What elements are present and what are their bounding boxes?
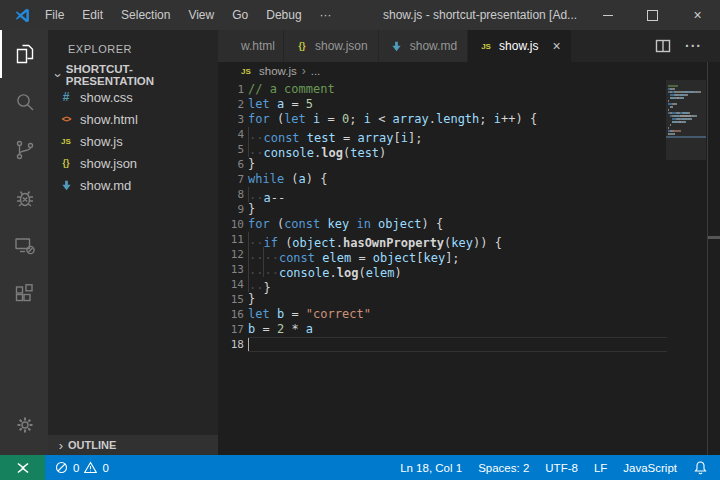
md-file-icon (389, 41, 405, 52)
code-line-8[interactable]: 8··a-- (218, 187, 720, 202)
activity-source-control[interactable] (0, 126, 48, 174)
token: . (429, 112, 436, 126)
line-number[interactable]: 16 (218, 307, 244, 322)
minimap-line (668, 118, 692, 120)
token: = (284, 97, 306, 111)
menu-view[interactable]: View (179, 0, 223, 30)
menu-selection[interactable]: Selection (112, 0, 179, 30)
split-editor-icon[interactable] (655, 39, 671, 53)
status-cursor-position[interactable]: Ln 18, Col 1 (400, 462, 462, 474)
line-number[interactable]: 13 (218, 262, 244, 277)
breadcrumb: JS show.js › ... (218, 62, 720, 80)
explorer-item-show-md[interactable]: show.md (48, 174, 218, 196)
line-number[interactable]: 9 (218, 202, 244, 217)
code-text: for (const key in object) { (244, 217, 443, 232)
tab-show-js[interactable]: JSshow.js× (468, 30, 572, 62)
breadcrumb-symbol[interactable]: ... (311, 65, 321, 77)
line-number[interactable]: 11 (218, 232, 244, 247)
tab-actions: ··· (655, 30, 720, 62)
line-number[interactable]: 1 (218, 82, 244, 97)
line-number[interactable]: 6 (218, 157, 244, 172)
minimize-button[interactable] (585, 0, 630, 30)
line-number[interactable]: 12 (218, 247, 244, 262)
menu-edit[interactable]: Edit (73, 0, 112, 30)
code-text: } (244, 292, 255, 307)
explorer-item-show-css[interactable]: #show.css (48, 86, 218, 108)
code-line-13[interactable]: 13····console.log(elem) (218, 262, 720, 277)
outline-section-header[interactable]: › OUTLINE (48, 435, 218, 455)
activity-extensions[interactable] (0, 270, 48, 318)
code-line-17[interactable]: 17b = 2 * a (218, 322, 720, 337)
code-line-16[interactable]: 16let b = "correct" (218, 307, 720, 322)
menu-more[interactable]: ··· (311, 0, 341, 30)
code-line-11[interactable]: 11··if (object.hasOwnProperty(key)) { (218, 232, 720, 247)
code-line-9[interactable]: 9} (218, 202, 720, 217)
close-icon[interactable]: × (552, 39, 560, 53)
line-number[interactable]: 10 (218, 217, 244, 232)
code-editor[interactable]: 1// a comment2let a = 53for (let i = 0; … (218, 80, 720, 455)
line-number[interactable]: 4 (218, 127, 244, 142)
text-cursor (248, 338, 249, 351)
warning-count: 0 (102, 462, 108, 474)
token: let (284, 112, 306, 126)
line-number[interactable]: 18 (218, 337, 244, 352)
token: // a comment (248, 82, 335, 96)
code-line-7[interactable]: 7while (a) { (218, 172, 720, 187)
line-number[interactable]: 5 (218, 142, 244, 157)
token: in (356, 217, 370, 231)
minimap-token (688, 112, 690, 114)
status-problems[interactable]: 0 0 (55, 461, 109, 474)
code-line-15[interactable]: 15} (218, 292, 720, 307)
status-encoding[interactable]: UTF-8 (545, 462, 578, 474)
tab-show-md[interactable]: show.md (379, 30, 468, 62)
menu-file[interactable]: File (36, 0, 73, 30)
tab-show-json[interactable]: {}show.json (284, 30, 379, 62)
tab-bar: w.html{}show.jsonshow.mdJSshow.js×··· (218, 30, 720, 62)
outline-label: OUTLINE (68, 439, 116, 451)
maximize-button[interactable] (630, 0, 675, 30)
status-language[interactable]: JavaScript (623, 462, 677, 474)
code-text: // a comment (244, 82, 335, 97)
token: key (423, 251, 445, 265)
token: ) (395, 266, 402, 280)
code-line-2[interactable]: 2let a = 5 (218, 97, 720, 112)
token: log (321, 146, 343, 160)
line-number[interactable]: 15 (218, 292, 244, 307)
explorer-item-show-html[interactable]: <>show.html (48, 108, 218, 130)
status-indentation[interactable]: Spaces: 2 (478, 462, 529, 474)
menu-go[interactable]: Go (223, 0, 257, 30)
code-line-4[interactable]: 4··const test = array[i]; (218, 127, 720, 142)
line-number[interactable]: 3 (218, 112, 244, 127)
activity-search[interactable] (0, 78, 48, 126)
activity-manage[interactable] (0, 401, 48, 449)
menu-debug[interactable]: Debug (257, 0, 310, 30)
line-number[interactable]: 2 (218, 97, 244, 112)
code-line-3[interactable]: 3for (let i = 0; i < array.length; i++) … (218, 112, 720, 127)
activity-debug[interactable] (0, 174, 48, 222)
line-number[interactable]: 8 (218, 187, 244, 202)
breadcrumb-file[interactable]: show.js (259, 65, 297, 77)
minimap-token (674, 133, 675, 135)
explorer-folder-root[interactable]: › SHORTCUT-PRESENTATION (48, 64, 218, 86)
activity-explorer[interactable] (0, 30, 48, 78)
status-eol[interactable]: LF (594, 462, 607, 474)
code-line-5[interactable]: 5··console.log(test) (218, 142, 720, 157)
explorer-item-show-json[interactable]: {}show.json (48, 152, 218, 174)
code-line-1[interactable]: 1// a comment (218, 82, 720, 97)
line-number[interactable]: 14 (218, 277, 244, 292)
activity-remote-explorer[interactable] (0, 222, 48, 270)
explorer-item-show-js[interactable]: JSshow.js (48, 130, 218, 152)
remote-indicator[interactable] (0, 455, 45, 480)
line-number[interactable]: 17 (218, 322, 244, 337)
minimap-token (686, 94, 688, 96)
code-line-10[interactable]: 10for (const key in object) { (218, 217, 720, 232)
bell-icon[interactable] (693, 460, 708, 475)
line-number[interactable]: 7 (218, 172, 244, 187)
overview-ruler-border (707, 62, 708, 455)
minimap-line (668, 103, 677, 105)
token: * (284, 322, 306, 336)
more-actions-icon[interactable]: ··· (685, 38, 702, 54)
tab-w-html[interactable]: w.html (218, 30, 284, 62)
minimap[interactable] (666, 80, 706, 455)
close-button[interactable]: × (675, 0, 720, 30)
